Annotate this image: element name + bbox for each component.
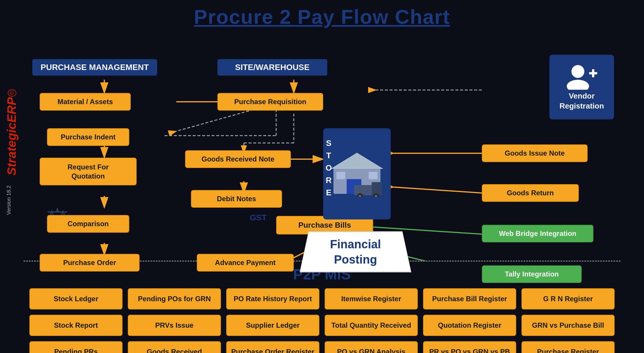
financial-posting-box[interactable]: FinancialPosting — [300, 231, 411, 272]
p2p-grid: Stock LedgerPending POs for GRNPO Rate H… — [24, 288, 620, 353]
p2p-item-3[interactable]: Itemwise Register — [325, 288, 418, 309]
p2p-item-14[interactable]: Purchase Order Register — [226, 341, 319, 353]
p2p-item-16[interactable]: PR vs PO vs GRN vs PB — [423, 341, 516, 353]
p2p-item-11[interactable]: GRN vs Purchase Bill — [521, 315, 615, 336]
purchase-management-box: PURCHASE MANAGEMENT — [32, 59, 157, 76]
svg-line-23 — [394, 187, 482, 193]
svg-point-41 — [571, 65, 584, 78]
store-box: S T O R E — [323, 128, 391, 219]
svg-rect-44 — [592, 69, 594, 77]
material-assets-box[interactable]: Material / Assets — [40, 93, 131, 111]
p2p-item-12[interactable]: Pending PRs — [29, 341, 123, 353]
p2p-item-4[interactable]: Purchase Bill Register — [423, 288, 516, 309]
comparison-box[interactable]: Comparison — [47, 215, 129, 233]
p2p-item-6[interactable]: Stock Report — [29, 315, 123, 336]
site-warehouse-box: SITE/WAREHOUSE — [217, 59, 327, 76]
p2p-item-2[interactable]: PO Rate History Report — [226, 288, 319, 309]
p2p-item-10[interactable]: Quotation Register — [423, 315, 516, 336]
goods-received-note-box[interactable]: Goods Received Note — [185, 150, 291, 168]
p2p-item-13[interactable]: Goods Received Register — [128, 341, 221, 353]
vendor-registration-box[interactable]: VendorRegistration — [549, 55, 614, 119]
p2p-item-0[interactable]: Stock Ledger — [29, 288, 123, 309]
tally-integration-box[interactable]: Tally Integration — [482, 265, 582, 283]
purchase-order-box[interactable]: Purchase Order — [40, 254, 140, 272]
gst-label: GST — [250, 213, 267, 222]
purchase-indent-box[interactable]: Purchase Indent — [47, 128, 129, 146]
p2p-item-15[interactable]: PO vs GRN Analysis — [325, 341, 418, 353]
svg-point-42 — [567, 80, 589, 90]
svg-rect-33 — [336, 172, 345, 179]
svg-marker-31 — [331, 153, 383, 169]
main-container: Procure 2 Pay Flow Chart StrategicERP® V… — [0, 0, 644, 353]
flowchart-area: PURCHASE MANAGEMENT SITE/WAREHOUSE Mater… — [0, 31, 644, 261]
goods-return-box[interactable]: Goods Return — [482, 184, 579, 202]
rfq-box[interactable]: Request ForQuotation — [40, 158, 137, 185]
p2p-item-7[interactable]: PRVs Issue — [128, 315, 221, 336]
p2p-item-5[interactable]: G R N Register — [521, 288, 615, 309]
warehouse-icon — [331, 150, 383, 197]
user-plus-icon — [566, 63, 598, 90]
purchase-requisition-box[interactable]: Purchase Requisition — [217, 93, 323, 111]
svg-line-25 — [400, 255, 482, 261]
title-section: Procure 2 Pay Flow Chart — [0, 0, 644, 31]
p2p-item-9[interactable]: Total Quantity Received — [325, 315, 418, 336]
p2p-item-17[interactable]: Purchase Register — [521, 341, 615, 353]
p2p-item-8[interactable]: Supplier Ledger — [226, 315, 319, 336]
debit-notes-box[interactable]: Debit Notes — [191, 190, 282, 208]
p2p-item-1[interactable]: Pending POs for GRN — [128, 288, 221, 309]
advance-payment-box[interactable]: Advance Payment — [197, 254, 294, 272]
svg-rect-36 — [372, 182, 382, 195]
svg-rect-34 — [369, 172, 378, 179]
goods-issue-note-box[interactable]: Goods Issue Note — [482, 144, 588, 162]
main-title: Procure 2 Pay Flow Chart — [194, 6, 450, 28]
web-bridge-box[interactable]: Web Bridge Integration — [482, 225, 593, 242]
